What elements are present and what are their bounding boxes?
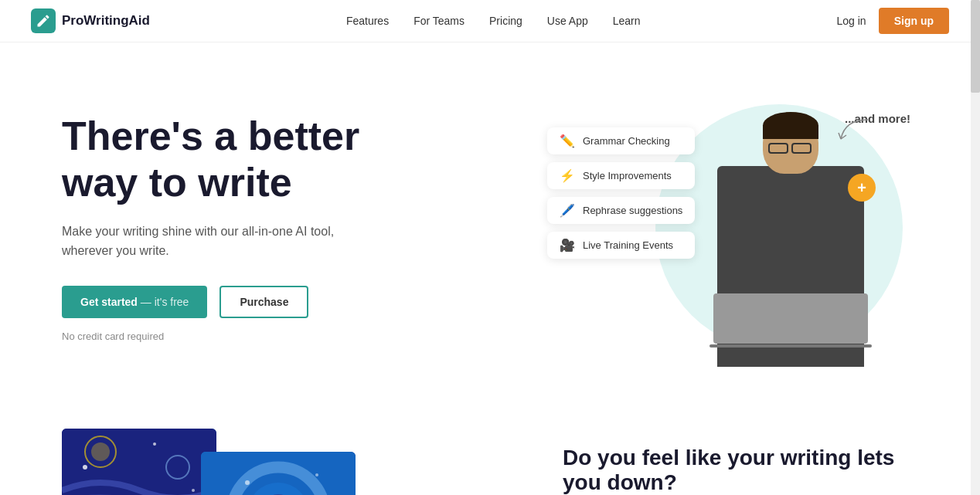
hero-left: There's a better way to write Make your … bbox=[62, 114, 386, 342]
curved-arrow bbox=[837, 116, 876, 147]
login-button[interactable]: Log in bbox=[837, 15, 866, 27]
pill-training: 🎥 Live Training Events bbox=[547, 232, 695, 259]
signup-button[interactable]: Sign up bbox=[879, 8, 949, 34]
grammar-icon: ✏️ bbox=[560, 134, 575, 148]
rephrase-icon: 🖊️ bbox=[560, 203, 575, 218]
starry-night-svg bbox=[62, 429, 216, 495]
logo-svg bbox=[36, 13, 51, 29]
section2: My idea in my head Do you feel like your… bbox=[0, 398, 980, 495]
purchase-button[interactable]: Purchase bbox=[219, 286, 308, 318]
nav-links: Features For Teams Pricing Use App Learn bbox=[346, 15, 641, 27]
blue-abstract-svg bbox=[201, 452, 356, 495]
page-scrollbar[interactable] bbox=[971, 0, 980, 495]
logo-text: ProWritingAid bbox=[62, 13, 150, 29]
hero-buttons: Get started — it's free Purchase bbox=[62, 286, 386, 318]
hero-right: ✏️ Grammar Checking ⚡ Style Improvements… bbox=[547, 89, 918, 367]
style-icon: ⚡ bbox=[560, 168, 575, 183]
svg-point-2 bbox=[91, 442, 110, 461]
svg-point-5 bbox=[153, 442, 156, 446]
section2-text: Do you feel like your writing lets you d… bbox=[563, 446, 918, 495]
nav-item-use-app[interactable]: Use App bbox=[547, 15, 588, 27]
logo-link[interactable]: ProWritingAid bbox=[31, 8, 150, 33]
pill-rephrase: 🖊️ Rephrase suggestions bbox=[547, 197, 695, 224]
svg-point-4 bbox=[83, 465, 87, 470]
logo-icon bbox=[31, 8, 56, 33]
navbar: ProWritingAid Features For Teams Pricing… bbox=[0, 0, 980, 42]
nav-right: Log in Sign up bbox=[837, 8, 949, 34]
nav-item-pricing[interactable]: Pricing bbox=[489, 15, 522, 27]
nav-item-for-teams[interactable]: For Teams bbox=[413, 15, 464, 27]
hero-title: There's a better way to write bbox=[62, 114, 386, 206]
scrollbar-thumb[interactable] bbox=[971, 0, 980, 93]
svg-point-12 bbox=[315, 473, 318, 476]
get-started-button[interactable]: Get started — it's free bbox=[62, 286, 207, 318]
pill-style: ⚡ Style Improvements bbox=[547, 162, 695, 189]
pill-grammar: ✏️ Grammar Checking bbox=[547, 127, 695, 154]
nav-item-learn[interactable]: Learn bbox=[613, 15, 641, 27]
no-credit-card-text: No credit card required bbox=[62, 331, 386, 342]
hero-section: There's a better way to write Make your … bbox=[0, 42, 980, 398]
blue-abstract-image bbox=[201, 452, 356, 495]
svg-point-6 bbox=[192, 489, 195, 492]
starry-night-image bbox=[62, 429, 216, 495]
nav-item-features[interactable]: Features bbox=[346, 15, 389, 27]
section2-images: My idea in my head bbox=[62, 429, 386, 495]
training-icon: 🎥 bbox=[560, 238, 575, 253]
svg-point-11 bbox=[245, 480, 250, 485]
feature-pills: ✏️ Grammar Checking ⚡ Style Improvements… bbox=[547, 127, 695, 259]
hero-subtitle: Make your writing shine with our all-in-… bbox=[62, 222, 386, 261]
section2-title: Do you feel like your writing lets you d… bbox=[563, 446, 918, 495]
